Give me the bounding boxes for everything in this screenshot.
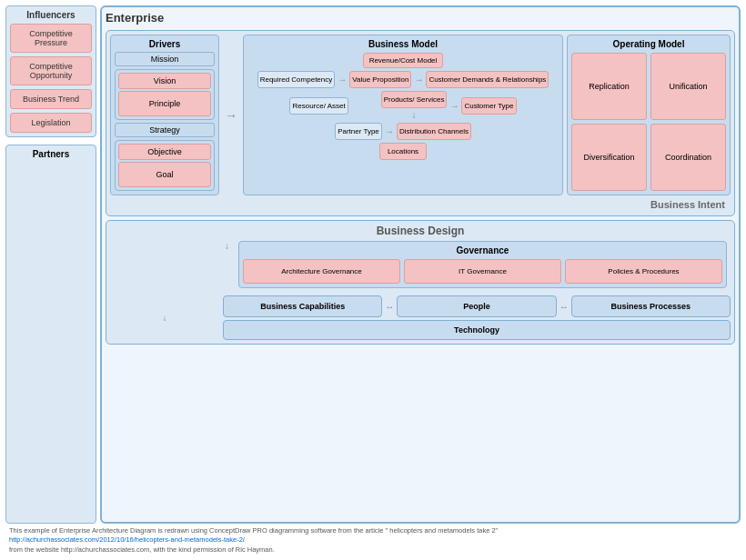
- influencer-item-business-trend: Business Trend: [10, 89, 92, 109]
- bm-value-proposition: Value Proposition: [349, 71, 411, 88]
- drivers-vision: Vision: [118, 73, 211, 89]
- footer: This example of Enterprise Architecture …: [5, 524, 741, 555]
- enterprise-title: Enterprise: [106, 11, 735, 25]
- caps-arrow-2: ↔: [560, 302, 569, 312]
- main-container: Influencers Competitive Pressure Competi…: [0, 0, 746, 560]
- bm-locations: Locations: [379, 143, 427, 160]
- top-area: Influencers Competitive Pressure Competi…: [5, 5, 741, 524]
- arrow-3: →: [449, 101, 459, 111]
- bm-row-4: Locations: [247, 143, 559, 160]
- bm-content: Revenue/Cost Model Required Competency →…: [247, 53, 559, 160]
- om-diversification: Diversification: [571, 124, 647, 191]
- bd-arrow-down: ↓: [223, 241, 231, 251]
- arrow-down-1: ↓: [381, 110, 448, 120]
- drivers-objective: Objective: [118, 144, 211, 160]
- influencer-item-competitive-opportunity: Competitive Opportunity: [10, 56, 92, 85]
- caps-section: ↓ Business Capabilities ↔ People ↔ Busin…: [110, 295, 731, 340]
- bm-partner-type: Partner Type: [335, 123, 382, 140]
- technology-box: Technology: [223, 320, 731, 340]
- bm-customer-demands: Customer Demands & Relationships: [426, 71, 549, 88]
- intent-top-row: Drivers Mission Vision Principle Strateg…: [110, 35, 731, 195]
- arrow-1: →: [338, 75, 347, 85]
- caps-arrows-area: ↓: [110, 313, 219, 323]
- gov-grid: Architecture Governance IT Governance Po…: [243, 259, 722, 284]
- business-intent-area: Drivers Mission Vision Principle Strateg…: [106, 30, 735, 216]
- bd-title: Business Design: [110, 225, 731, 237]
- influencers-panel: Influencers Competitive Pressure Competi…: [5, 5, 96, 524]
- gov-architecture: Architecture Governance: [243, 259, 400, 284]
- influencer-item-competitive-pressure: Competitive Pressure: [10, 24, 92, 53]
- footer-link[interactable]: http://achurchassociates.com/2012/10/16/…: [9, 535, 245, 544]
- tech-row: Technology: [223, 320, 731, 340]
- gov-policies: Policies & Procedures: [565, 259, 722, 284]
- business-model-box: Business Model Revenue/Cost Model Requir…: [243, 35, 563, 195]
- footer-text2: from the website http://achurchassociate…: [9, 545, 275, 554]
- drivers-to-bm-arrow: →: [223, 35, 239, 195]
- cap-people: People: [397, 295, 556, 317]
- influencers-box: Influencers Competitive Pressure Competi…: [5, 5, 96, 137]
- om-replication: Replication: [571, 53, 647, 120]
- caps-col: Business Capabilities ↔ People ↔ Busines…: [223, 295, 731, 340]
- bm-middle-col: Products/ Services ↓: [381, 91, 448, 120]
- business-intent-label: Business Intent: [110, 199, 731, 212]
- bm-row-3: Partner Type → Distribution Channels: [247, 123, 559, 140]
- bm-title: Business Model: [368, 39, 438, 49]
- gov-it: IT Governance: [404, 259, 561, 284]
- drivers-title: Drivers: [115, 39, 215, 49]
- bm-revenue: Revenue/Cost Model: [363, 53, 444, 68]
- drivers-strategy: Strategy: [115, 123, 215, 137]
- om-unification: Unification: [650, 53, 726, 120]
- bm-required-competency: Required Competency: [257, 71, 336, 88]
- bm-row-1: Required Competency → Value Proposition …: [247, 71, 559, 88]
- influencers-title: Influencers: [10, 10, 92, 20]
- drivers-goal: Goal: [118, 162, 211, 187]
- arrow-2: →: [414, 75, 423, 85]
- drivers-objective-group: Objective Goal: [115, 140, 215, 191]
- governance-area: Governance Architecture Governance IT Go…: [238, 241, 727, 288]
- operating-model-box: Operating Model Replication Unification …: [567, 35, 731, 195]
- bm-distribution-channels: Distribution Channels: [397, 123, 471, 140]
- bm-row-2: Resource/ Asset Products/ Services ↓ → C…: [247, 91, 559, 120]
- caps-arrow-1: ↔: [385, 302, 394, 312]
- partners-title: Partners: [33, 149, 70, 159]
- influencer-item-legislation: Legislation: [10, 113, 92, 133]
- business-design-area: Business Design ↓ Governance Architectur…: [106, 220, 735, 345]
- drivers-box: Drivers Mission Vision Principle Strateg…: [110, 35, 219, 195]
- footer-text1: This example of Enterprise Architecture …: [9, 526, 498, 535]
- drivers-principle: Principle: [118, 91, 211, 116]
- om-coordination: Coordination: [650, 124, 726, 191]
- enterprise-area: Enterprise Drivers Mission Vision Princi…: [100, 5, 741, 524]
- caps-row: Business Capabilities ↔ People ↔ Busines…: [223, 295, 731, 317]
- bm-resource-asset: Resource/ Asset: [289, 97, 348, 115]
- cap-business-capabilities: Business Capabilities: [223, 295, 382, 317]
- drivers-vision-group: Vision Principle: [115, 69, 215, 120]
- bm-products-services: Products/ Services: [381, 91, 448, 108]
- drivers-mission: Mission: [115, 52, 215, 66]
- om-grid: Replication Unification Diversification …: [571, 53, 726, 191]
- gov-title: Governance: [243, 245, 722, 255]
- bd-content: ↓ Governance Architecture Governance IT …: [110, 241, 731, 288]
- partners-box: Partners: [5, 145, 96, 524]
- arrow-4: →: [385, 126, 394, 136]
- om-title: Operating Model: [571, 39, 726, 49]
- bm-customer-type: Customer Type: [461, 97, 516, 115]
- cap-business-processes: Business Processes: [571, 295, 731, 317]
